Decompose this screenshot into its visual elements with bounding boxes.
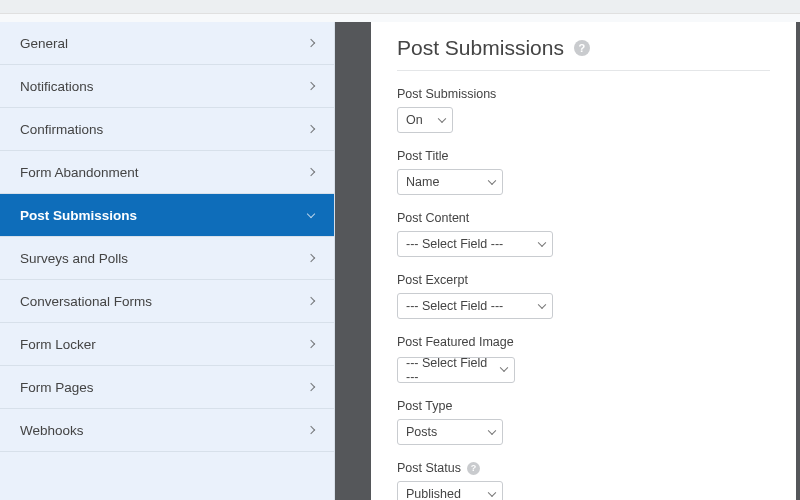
settings-sidebar: General Notifications Confirmations Form…	[0, 22, 335, 500]
field-label: Post Submissions	[397, 87, 770, 101]
select-post-status[interactable]: Published	[397, 481, 503, 500]
sidebar-item-label: Surveys and Polls	[20, 251, 128, 266]
chevron-right-icon	[307, 340, 315, 348]
sidebar-item-confirmations[interactable]: Confirmations	[0, 108, 334, 151]
app-shell: General Notifications Confirmations Form…	[0, 0, 800, 500]
sidebar-item-label: Form Abandonment	[20, 165, 139, 180]
select-post-title[interactable]: Name	[397, 169, 503, 195]
field-label: Post Featured Image	[397, 335, 770, 349]
select-post-featured-image[interactable]: --- Select Field ---	[397, 355, 515, 383]
sidebar-item-general[interactable]: General	[0, 22, 334, 65]
field-label: Post Content	[397, 211, 770, 225]
select-value: Published	[397, 481, 503, 500]
field-label: Post Status	[397, 461, 461, 475]
select-post-excerpt[interactable]: --- Select Field ---	[397, 293, 553, 319]
sidebar-item-label: Confirmations	[20, 122, 103, 137]
field-label: Post Type	[397, 399, 770, 413]
select-value: --- Select Field ---	[397, 357, 515, 383]
select-value: Name	[397, 169, 503, 195]
sidebar-item-label: General	[20, 36, 68, 51]
select-value: On	[397, 107, 453, 133]
chevron-right-icon	[307, 297, 315, 305]
chevron-right-icon	[307, 168, 315, 176]
field-post-excerpt: Post Excerpt --- Select Field ---	[397, 273, 770, 319]
sidebar-item-notifications[interactable]: Notifications	[0, 65, 334, 108]
help-icon[interactable]: ?	[574, 40, 590, 56]
chevron-right-icon	[307, 383, 315, 391]
sidebar-item-form-abandonment[interactable]: Form Abandonment	[0, 151, 334, 194]
field-post-submissions: Post Submissions On	[397, 87, 770, 133]
window-topbar	[0, 0, 800, 14]
select-post-content[interactable]: --- Select Field ---	[397, 231, 553, 257]
sidebar-item-label: Form Pages	[20, 380, 94, 395]
chevron-right-icon	[307, 254, 315, 262]
sidebar-item-surveys-polls[interactable]: Surveys and Polls	[0, 237, 334, 280]
sidebar-item-form-pages[interactable]: Form Pages	[0, 366, 334, 409]
chevron-right-icon	[307, 82, 315, 90]
field-post-featured-image: Post Featured Image --- Select Field ---	[397, 335, 770, 383]
window-subbar	[0, 14, 800, 22]
field-post-type: Post Type Posts	[397, 399, 770, 445]
sidebar-item-label: Notifications	[20, 79, 94, 94]
field-post-title: Post Title Name	[397, 149, 770, 195]
sidebar-item-label: Post Submissions	[20, 208, 137, 223]
sidebar-item-label: Form Locker	[20, 337, 96, 352]
select-value: Posts	[397, 419, 503, 445]
field-label: Post Title	[397, 149, 770, 163]
sidebar-item-form-locker[interactable]: Form Locker	[0, 323, 334, 366]
select-value: --- Select Field ---	[397, 231, 553, 257]
field-label-row: Post Status ?	[397, 461, 770, 475]
field-post-content: Post Content --- Select Field ---	[397, 211, 770, 257]
chevron-down-icon	[307, 209, 315, 217]
panel-title: Post Submissions	[397, 36, 564, 60]
select-post-type[interactable]: Posts	[397, 419, 503, 445]
chevron-right-icon	[307, 39, 315, 47]
field-label: Post Excerpt	[397, 273, 770, 287]
sidebar-item-webhooks[interactable]: Webhooks	[0, 409, 334, 452]
panel-title-row: Post Submissions ?	[397, 36, 770, 71]
field-post-status: Post Status ? Published	[397, 461, 770, 500]
left-gutter	[335, 22, 371, 500]
chevron-right-icon	[307, 426, 315, 434]
sidebar-item-label: Webhooks	[20, 423, 84, 438]
sidebar-item-label: Conversational Forms	[20, 294, 152, 309]
sidebar-item-conversational-forms[interactable]: Conversational Forms	[0, 280, 334, 323]
select-post-submissions[interactable]: On	[397, 107, 453, 133]
select-value: --- Select Field ---	[397, 293, 553, 319]
sidebar-item-post-submissions[interactable]: Post Submissions	[0, 194, 334, 237]
help-icon[interactable]: ?	[467, 462, 480, 475]
settings-panel: Post Submissions ? Post Submissions On P…	[371, 22, 800, 500]
chevron-right-icon	[307, 125, 315, 133]
